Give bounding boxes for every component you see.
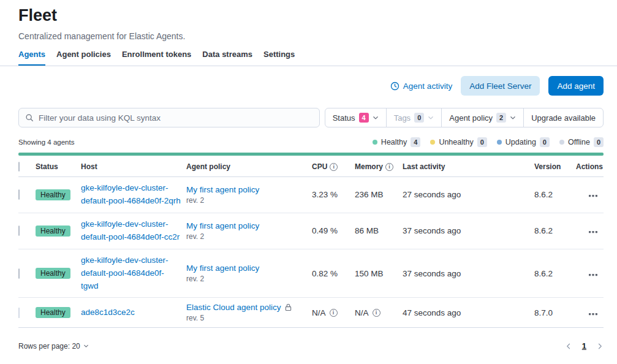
agent-policy-filter-label: Agent policy [449, 113, 493, 123]
host-link[interactable]: gke-kilfoyle-dev-cluster-default-pool-46… [81, 182, 181, 208]
tags-filter-label: Tags [394, 113, 411, 123]
select-all-checkbox[interactable] [18, 162, 20, 172]
row-actions-button[interactable] [588, 267, 599, 281]
table-header-row: Status Host Agent policy CPUi Memoryi La… [18, 157, 604, 177]
chevron-down-icon [373, 115, 379, 121]
agents-table: Status Host Agent policy CPUi Memoryi La… [18, 157, 604, 328]
agent-activity-button[interactable]: Agent activity [390, 82, 452, 91]
agent-activity-label: Agent activity [403, 82, 452, 91]
status-filter-button[interactable]: Status 4 [325, 108, 386, 127]
header-cpu: CPUi [312, 157, 355, 177]
agent-policy-link[interactable]: My first agent policy [186, 185, 259, 194]
info-icon[interactable]: i [385, 163, 393, 171]
row-checkbox-disabled [18, 308, 20, 318]
agent-policy-link[interactable]: Elastic Cloud agent policy [186, 303, 281, 312]
updating-dot-icon [497, 140, 502, 145]
upgrade-available-filter-button[interactable]: Upgrade available [523, 108, 603, 127]
tab-data-streams[interactable]: Data streams [202, 50, 252, 66]
ellipsis-icon [589, 269, 597, 278]
healthy-dot-icon [373, 140, 377, 145]
last-activity-value: 37 seconds ago [403, 213, 534, 249]
ellipsis-icon [589, 190, 597, 199]
legend-item-offline: Offline 0 [559, 137, 604, 147]
kql-search-input[interactable] [39, 113, 313, 123]
kql-search-box [18, 108, 320, 127]
memory-value: 86 MB [355, 213, 403, 249]
search-icon [25, 113, 34, 122]
next-page-icon[interactable] [596, 343, 604, 350]
agent-policy-link[interactable]: My first agent policy [186, 221, 259, 230]
legend-unhealthy-count: 0 [477, 137, 487, 147]
row-actions-button[interactable] [588, 224, 599, 238]
health-progress-bar [18, 153, 604, 156]
row-checkbox[interactable] [18, 189, 20, 200]
last-activity-value: 27 seconds ago [403, 177, 534, 213]
header-actions: Actions [576, 157, 604, 177]
cpu-value: N/A [312, 308, 326, 317]
legend-offline-count: 0 [594, 137, 604, 147]
host-link[interactable]: gke-kilfoyle-dev-cluster-default-pool-46… [81, 218, 181, 244]
unhealthy-dot-icon [430, 140, 435, 145]
legend-updating-count: 0 [540, 137, 550, 147]
info-icon[interactable]: i [330, 309, 338, 317]
host-link[interactable]: gke-kilfoyle-dev-cluster-default-pool-46… [81, 254, 181, 293]
page-title: Fleet [18, 0, 604, 25]
tab-enrollment-tokens[interactable]: Enrollment tokens [122, 50, 191, 66]
table-row: Healthy gke-kilfoyle-dev-cluster-default… [18, 249, 604, 298]
add-fleet-server-button[interactable]: Add Fleet Server [461, 76, 540, 96]
info-icon[interactable]: i [330, 163, 338, 171]
header-host: Host [81, 157, 186, 177]
page-header: Fleet Centralized management for Elastic… [0, 0, 617, 41]
legend-item-unhealthy: Unhealthy 0 [430, 137, 486, 147]
version-value: 8.6.2 [534, 213, 576, 249]
tab-agents[interactable]: Agents [18, 50, 45, 66]
status-filter-label: Status [333, 113, 355, 123]
cpu-value: 3.23 % [312, 177, 355, 213]
search-and-filters: Status 4 Tags 0 Agent policy 2 Upgrade a… [0, 108, 617, 127]
legend-updating-label: Updating [505, 138, 536, 146]
legend-offline-label: Offline [568, 138, 590, 146]
row-checkbox[interactable] [18, 268, 20, 279]
tab-settings[interactable]: Settings [263, 50, 295, 66]
policy-revision: rev. 2 [186, 232, 307, 241]
rows-per-page-button[interactable]: Rows per page: 20 [18, 342, 89, 351]
tab-agent-policies[interactable]: Agent policies [56, 50, 111, 66]
version-value: 8.6.2 [534, 177, 576, 213]
showing-count: Showing 4 agents [18, 138, 74, 146]
policy-revision: rev. 2 [186, 196, 307, 205]
row-checkbox[interactable] [18, 226, 20, 236]
memory-value: 236 MB [355, 177, 403, 213]
agent-policy-filter-button[interactable]: Agent policy 2 [441, 108, 523, 127]
add-agent-button[interactable]: Add agent [548, 76, 604, 96]
filter-group: Status 4 Tags 0 Agent policy 2 Upgrade a… [325, 108, 604, 127]
agent-policy-link[interactable]: My first agent policy [186, 264, 259, 273]
status-filter-count-badge: 4 [359, 113, 369, 123]
legend-healthy-count: 4 [411, 137, 420, 147]
header-memory: Memoryi [355, 157, 403, 177]
lock-icon [285, 303, 292, 311]
memory-value: 150 MB [355, 249, 403, 298]
header-status: Status [36, 157, 81, 177]
status-badge: Healthy [36, 268, 70, 279]
rows-per-page-label: Rows per page: 20 [18, 342, 80, 351]
pagination: 1 [565, 341, 604, 351]
info-icon[interactable]: i [373, 309, 380, 317]
header-actions: Agent activity Add Fleet Server Add agen… [0, 76, 617, 96]
ellipsis-icon [589, 308, 597, 317]
status-legend: Healthy 4 Unhealthy 0 Updating 0 Offline… [373, 137, 604, 147]
page-1-button[interactable]: 1 [582, 341, 586, 351]
table-row: Healthy gke-kilfoyle-dev-cluster-default… [18, 177, 604, 213]
tags-filter-button[interactable]: Tags 0 [386, 108, 442, 127]
page-subtitle: Centralized management for Elastic Agent… [18, 31, 604, 41]
policy-revision: rev. 5 [186, 314, 307, 322]
host-link[interactable]: ade8c1d3ce2c [81, 306, 181, 319]
fleet-page: Fleet Centralized management for Elastic… [0, 0, 617, 351]
previous-page-icon[interactable] [565, 343, 572, 350]
row-actions-button[interactable] [588, 188, 599, 202]
chevron-down-icon [83, 343, 89, 349]
memory-value: N/A [355, 308, 369, 317]
tab-bar: Agents Agent policies Enrollment tokens … [0, 50, 617, 66]
cpu-value: 0.49 % [312, 213, 355, 249]
row-actions-button[interactable] [588, 306, 599, 320]
table-footer: Rows per page: 20 1 [0, 341, 617, 351]
